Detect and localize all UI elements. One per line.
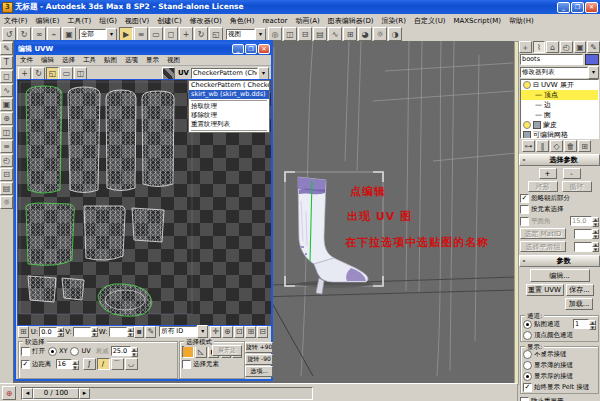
absolute-mode-icon[interactable]: ⊞ (18, 326, 29, 338)
tab-motion[interactable]: ◴ (560, 41, 573, 53)
material-editor-icon[interactable]: ◕ (358, 27, 372, 41)
uvw-menu-mapping[interactable]: 贴图 (100, 56, 121, 65)
menu-tools[interactable]: 工具(T) (63, 16, 95, 26)
select-by-name-icon[interactable]: ≡ (134, 27, 148, 41)
texture-option-pick[interactable]: 拾取纹理 (189, 102, 269, 111)
zoom-icon[interactable]: ⊕ (222, 326, 233, 338)
menu-file[interactable]: 文件(F) (0, 16, 32, 26)
select-move-icon[interactable]: + (179, 27, 193, 41)
u-input[interactable]: 0.0 (39, 327, 57, 337)
menu-help[interactable]: 帮助(H) (505, 16, 538, 26)
uvw-minimize-button[interactable]: _ (232, 44, 244, 54)
matid-spinner[interactable]: ▲▼ (592, 229, 599, 238)
falloff-spinner[interactable]: ▲▼ (131, 347, 138, 356)
vertex-mode-icon[interactable] (182, 346, 194, 358)
tab-utilities[interactable]: ✎ (587, 41, 600, 53)
stack-subitem-vertex[interactable]: — 顶点 (521, 90, 598, 100)
save-uvws-button[interactable]: 保存... (566, 284, 594, 296)
select-smoothing-group-button[interactable]: 选择平滑组 (520, 241, 566, 252)
ignore-backfacing-checkbox[interactable]: ✓ (520, 194, 529, 203)
thick-seams-radio[interactable] (523, 372, 532, 381)
left-tool-icon[interactable]: ◫ (0, 126, 13, 139)
time-slider-handle[interactable]: 0 / 100 (33, 388, 79, 399)
grow-button[interactable]: + (539, 168, 557, 179)
uvw-mirror-icon[interactable]: ◫ (74, 67, 87, 80)
v-input[interactable] (73, 327, 91, 337)
expand-collapse-icon[interactable]: ⊟ (533, 81, 539, 89)
parameters-rollout[interactable]: - 参数 (519, 255, 600, 267)
uv-canvas[interactable]: CheckerPattern ( Checker ) skirt_wb (ski… (17, 79, 272, 326)
pin-stack-icon[interactable]: ⊶ (522, 140, 535, 152)
edit-uvws-button[interactable]: 编辑... (530, 269, 590, 282)
v-spinner[interactable]: ▲▼ (91, 327, 98, 336)
falloff-curve4-icon[interactable]: ◡ (125, 358, 138, 370)
left-tool-icon[interactable]: ✎ (0, 42, 13, 55)
planar-angle-checkbox[interactable] (520, 217, 529, 226)
menu-customize[interactable]: 自定义(U) (410, 16, 450, 26)
texture-option-remove[interactable]: 移除纹理 (189, 111, 269, 120)
uv-radio[interactable] (70, 347, 79, 356)
menu-create[interactable]: 创建(C) (153, 16, 185, 26)
options-button[interactable]: 选项... (245, 366, 273, 377)
menu-animation[interactable]: 动画(A) (291, 16, 323, 26)
vertex-color-radio[interactable] (523, 331, 532, 340)
uvw-menu-display[interactable]: 显示 (142, 56, 163, 65)
zoom-region-icon[interactable]: ⊡ (234, 326, 245, 338)
bind-spacewarp-icon[interactable]: ▣ (62, 27, 76, 41)
thin-seams-radio[interactable] (523, 361, 532, 370)
menu-edit[interactable]: 编辑(E) (32, 16, 64, 26)
falloff-curve1-icon[interactable]: ∫ (83, 358, 96, 370)
falloff-input[interactable]: 25.0 (111, 346, 131, 356)
planar-angle-spinner[interactable]: ▲▼ (592, 217, 599, 226)
select-region-icon[interactable]: ▭ (149, 27, 163, 41)
menu-group[interactable]: 组(G) (95, 16, 121, 26)
object-color-swatch[interactable] (585, 54, 599, 65)
map-channel-input[interactable]: 1 (573, 319, 589, 329)
texture-dropdown[interactable]: CheckerPattern (Checke ▾ (191, 67, 269, 80)
left-tool-icon[interactable]: ▤ (0, 182, 13, 195)
smoothing-group-input[interactable] (574, 242, 592, 252)
load-uvws-button[interactable]: 加载... (565, 298, 593, 310)
falloff-curve3-icon[interactable]: ⌒ (111, 358, 124, 370)
menu-reactor[interactable]: reactor (258, 17, 291, 25)
left-tool-icon[interactable]: ≡ (0, 140, 13, 153)
prevent-reflattening-checkbox[interactable] (520, 397, 529, 401)
schematic-view-icon[interactable]: ⊞ (343, 27, 357, 41)
uvw-menu-edit[interactable]: 编辑 (37, 56, 58, 65)
select-link-icon[interactable]: ∞ (32, 27, 46, 41)
configure-stack-icon[interactable]: ⊞ (578, 140, 591, 152)
edge-mode-icon[interactable]: ◺ (195, 346, 207, 358)
edge-distance-checkbox[interactable]: ✓ (21, 360, 30, 369)
menu-rendering[interactable]: 渲染(R) (378, 16, 410, 26)
uvw-scale-icon[interactable]: ◱ (46, 67, 59, 80)
texture-option-skirt[interactable]: skirt_wb (skirt_wb.dds) (189, 90, 269, 99)
left-tool-icon[interactable]: ◻ (0, 70, 13, 83)
next-frame-icon[interactable]: ▸ (79, 388, 90, 399)
curve-editor-icon[interactable]: ∿ (328, 27, 342, 41)
u-spinner[interactable]: ▲▼ (57, 327, 64, 336)
left-tool-icon[interactable]: ⊕ (0, 112, 13, 125)
texture-option-checker[interactable]: CheckerPattern ( Checker ) (189, 81, 269, 90)
minimize-button[interactable]: _ (557, 2, 570, 13)
reset-uvws-button[interactable]: 重置 UVW (526, 284, 564, 296)
stack-subitem-face[interactable]: — 面 (521, 110, 598, 120)
selection-filter-dropdown[interactable]: 全部 ▾ (79, 28, 117, 41)
tab-hierarchy[interactable]: ⌂ (546, 41, 559, 53)
rotate-plus90-button[interactable]: 旋转 +90 (245, 342, 273, 353)
prev-frame-icon[interactable]: ◂ (22, 388, 33, 399)
stack-item-editable-mesh[interactable]: 可编辑网格 (521, 130, 598, 139)
smoothing-group-spinner[interactable]: ▲▼ (592, 242, 599, 251)
modifier-enable-bulb-icon[interactable] (523, 121, 531, 129)
menu-graph-editors[interactable]: 图表编辑器(D) (324, 16, 378, 26)
mirror-icon[interactable]: ◫ (283, 27, 297, 41)
modifier-enable-bulb-icon[interactable] (523, 81, 531, 89)
no-seams-radio[interactable] (523, 350, 532, 359)
matid-input[interactable] (574, 229, 592, 239)
uvw-menu-select[interactable]: 选择 (58, 56, 79, 65)
left-tool-icon[interactable]: ▣ (0, 98, 13, 111)
quick-render-icon[interactable]: ◑ (388, 27, 402, 41)
use-center-icon[interactable]: ◎ (268, 27, 282, 41)
selection-params-rollout[interactable]: - 选择参数 (519, 154, 600, 166)
left-tool-icon[interactable]: ∿ (0, 84, 13, 97)
expand-button[interactable]: 展开达 (212, 345, 242, 356)
